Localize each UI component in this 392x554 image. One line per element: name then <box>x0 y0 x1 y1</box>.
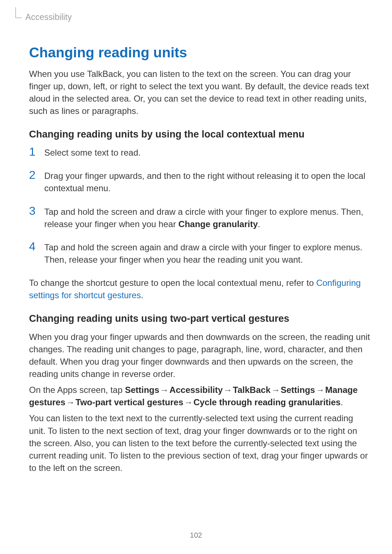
content-area: Changing reading units When you use Talk… <box>29 22 370 474</box>
page-number: 102 <box>0 531 392 539</box>
arrow-icon: → <box>315 384 325 396</box>
header-tab-decoration <box>15 7 22 18</box>
nav-part-talkback: TalkBack <box>233 385 271 395</box>
arrow-icon: → <box>270 384 281 396</box>
step-bold: Change granularity <box>179 219 258 229</box>
arrow-icon: → <box>223 384 233 396</box>
arrow-icon: → <box>65 396 75 409</box>
shortcut-ref-paragraph: To change the shortcut gesture to open t… <box>29 277 370 301</box>
two-part-paragraph-1: When you drag your finger upwards and th… <box>29 331 370 380</box>
step-item: Tap and hold the screen and draw a circl… <box>29 206 370 230</box>
page: Accessibility Changing reading units Whe… <box>0 0 392 554</box>
step-text: Drag your finger upwards, and then to th… <box>44 171 366 193</box>
step-item: Tap and hold the screen again and draw a… <box>29 241 370 266</box>
arrow-icon: → <box>159 384 170 396</box>
breadcrumb: Accessibility <box>25 12 370 22</box>
section-title: Changing reading units <box>29 45 370 61</box>
step-item: Drag your finger upwards, and then to th… <box>29 170 370 194</box>
nav-path-paragraph: On the Apps screen, tap Settings→Accessi… <box>29 384 370 409</box>
nav-post-text: . <box>340 397 343 407</box>
nav-part-accessibility: Accessibility <box>170 385 223 395</box>
step-text: Tap and hold the screen again and draw a… <box>44 242 363 264</box>
two-part-paragraph-3: You can listen to the text next to the c… <box>29 412 370 474</box>
subheading-local-contextual: Changing reading units by using the loca… <box>29 129 370 140</box>
nav-part-two-part-vertical: Two-part vertical gestures <box>75 397 183 407</box>
step-text-post: . <box>258 219 260 229</box>
arrow-icon: → <box>183 396 193 409</box>
nav-part-cycle-granularities: Cycle through reading granularities <box>193 397 340 407</box>
nav-part-settings2: Settings <box>281 385 315 395</box>
nav-pre-text: On the Apps screen, tap <box>29 385 125 395</box>
shortcut-post-text: . <box>141 290 143 300</box>
shortcut-pre-text: To change the shortcut gesture to open t… <box>29 278 316 288</box>
intro-paragraph: When you use TalkBack, you can listen to… <box>29 68 370 117</box>
step-text: Select some text to read. <box>44 148 140 157</box>
steps-list: Select some text to read. Drag your fing… <box>29 147 370 266</box>
subheading-two-part-gestures: Changing reading units using two-part ve… <box>29 313 370 324</box>
step-item: Select some text to read. <box>29 147 370 159</box>
nav-part-settings: Settings <box>125 385 159 395</box>
